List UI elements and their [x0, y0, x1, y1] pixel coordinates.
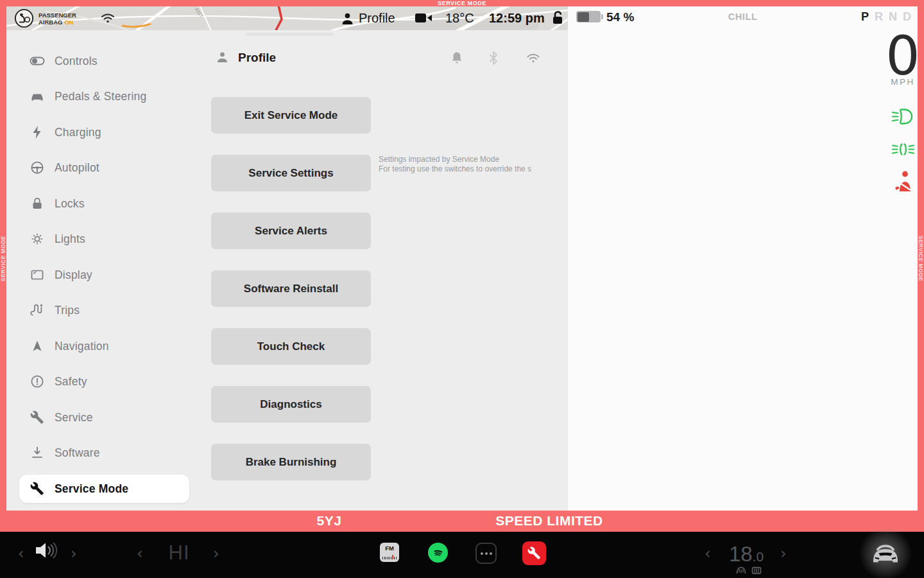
- lock-icon: [30, 196, 45, 211]
- speed-unit: MPH: [864, 77, 924, 87]
- seatbelt-warning-indicator: [881, 170, 924, 194]
- sidebar-item-display[interactable]: Display: [19, 261, 189, 289]
- gear-indicator: P R N D: [861, 10, 911, 24]
- lightning-bolt-icon: [30, 125, 45, 140]
- car-icon: [30, 89, 45, 104]
- cabin-temperature[interactable]: 18.0: [719, 542, 774, 566]
- volume-down-chevron[interactable]: ‹: [18, 546, 24, 561]
- driver-profile-button[interactable]: Profile: [341, 6, 395, 30]
- bottom-dock: ‹ › ‹ HI › FM ‹: [0, 532, 924, 578]
- temp-down-chevron[interactable]: ‹: [705, 546, 711, 561]
- media-prev-chevron[interactable]: ‹: [137, 546, 143, 561]
- gear-n: N: [889, 10, 897, 24]
- wifi-icon[interactable]: [526, 53, 540, 64]
- airbag-icon: [14, 8, 34, 28]
- steering-wheel-icon: [30, 160, 45, 175]
- rear-defrost-icon: [751, 566, 762, 574]
- wrench-icon: [30, 481, 45, 496]
- toggle-icon: [30, 53, 45, 69]
- volume-up-chevron[interactable]: ›: [71, 546, 77, 561]
- brightness-icon: [30, 231, 45, 247]
- fm-radio-app-icon[interactable]: FM: [380, 543, 399, 562]
- navigation-arrow-icon: [30, 338, 45, 354]
- fm-tuner-bars: [382, 555, 397, 559]
- defrost-indicators: [735, 566, 762, 574]
- more-apps-icon[interactable]: [475, 543, 497, 564]
- volume-speaker-icon[interactable]: [33, 540, 63, 561]
- notifications-bell-icon[interactable]: [450, 51, 463, 66]
- exit-service-mode-button[interactable]: Exit Service Mode: [211, 97, 371, 134]
- route-icon: [30, 302, 45, 318]
- unlock-icon[interactable]: [551, 10, 564, 26]
- sidebar-item-locks[interactable]: Locks: [19, 189, 189, 218]
- brake-burnishing-button[interactable]: Brake Burnishing: [211, 444, 371, 480]
- sidebar-item-lights[interactable]: Lights: [19, 225, 189, 253]
- dashcam-icon[interactable]: [415, 12, 432, 24]
- instrument-cluster: 54 % CHILL P R N D 0 MPH: [568, 6, 918, 511]
- media-next-chevron[interactable]: ›: [213, 546, 219, 561]
- sidebar-item-safety[interactable]: Safety: [19, 367, 189, 396]
- spotify-app-icon[interactable]: [428, 543, 448, 563]
- wrench-icon: [30, 410, 45, 425]
- service-settings-button[interactable]: Service Settings: [211, 155, 371, 191]
- sidebar-item-pedals-steering[interactable]: Pedals & Steering: [19, 82, 189, 110]
- gear-d: D: [903, 10, 911, 24]
- speed-limited-band: 5YJ SPEED LIMITED: [0, 511, 924, 532]
- clock: 12:59 pm: [489, 11, 545, 26]
- service-settings-note: Settings impacted by Service Mode For te…: [379, 155, 540, 173]
- software-reinstall-button[interactable]: Software Reinstall: [211, 270, 371, 307]
- settings-panel: Profile Exit Service Mode Service Settin…: [6, 30, 568, 511]
- sidebar-item-service[interactable]: Service: [19, 403, 189, 432]
- car-front-icon: [870, 543, 901, 565]
- service-alerts-button[interactable]: Service Alerts: [211, 213, 371, 249]
- wifi-status-icon[interactable]: [100, 12, 116, 24]
- service-mode-banner-left: SERVICE MODE: [0, 6, 6, 511]
- map-background: [6, 6, 568, 30]
- profile-header-icon: [217, 51, 228, 63]
- display-icon: [30, 267, 45, 283]
- profile-header: Profile: [217, 48, 544, 69]
- diagnostics-button[interactable]: Diagnostics: [211, 386, 371, 423]
- sidebar-item-software[interactable]: Software: [19, 439, 189, 467]
- download-icon: [30, 445, 45, 460]
- scroll-handle[interactable]: [246, 33, 334, 36]
- parking-lights-indicator: [881, 141, 924, 157]
- vehicle-status-button[interactable]: [858, 526, 913, 578]
- service-mode-screen: SERVICE MODE SERVICE MODE SERVICE MODE 5…: [0, 0, 924, 578]
- airbag-state: ON: [64, 19, 73, 26]
- service-app-icon[interactable]: [522, 541, 546, 565]
- low-beam-headlight-indicator: [881, 107, 924, 126]
- touch-check-button[interactable]: Touch Check: [211, 328, 371, 365]
- speed-limited-text: SPEED LIMITED: [466, 513, 633, 529]
- gear-p: P: [861, 10, 869, 24]
- front-defrost-icon: [735, 566, 747, 574]
- airbag-label: PASSENGER AIRBAG ON: [38, 12, 76, 26]
- sidebar-item-service-mode[interactable]: Service Mode: [19, 475, 189, 503]
- gear-r: R: [875, 10, 883, 24]
- vin-text: 5YJ: [284, 513, 374, 529]
- sidebar-item-trips[interactable]: Trips: [19, 296, 189, 324]
- sidebar-item-autopilot[interactable]: Autopilot: [19, 153, 189, 182]
- outside-temperature[interactable]: 18°C: [445, 11, 474, 26]
- sidebar-item-navigation[interactable]: Navigation: [19, 332, 189, 360]
- media-display: HI: [157, 541, 201, 565]
- sidebar-item-controls[interactable]: Controls: [19, 47, 189, 75]
- passenger-airbag-indicator: PASSENGER AIRBAG ON: [14, 8, 76, 28]
- temp-up-chevron[interactable]: ›: [780, 546, 787, 561]
- profile-title: Profile: [238, 51, 276, 65]
- map-status-bar: A317 PASSENGER AIRBAG ON: [6, 6, 568, 30]
- alert-circle-icon: [30, 374, 45, 389]
- bluetooth-icon[interactable]: [489, 51, 498, 66]
- sidebar-item-charging[interactable]: Charging: [19, 118, 189, 146]
- profile-person-icon: [341, 12, 354, 25]
